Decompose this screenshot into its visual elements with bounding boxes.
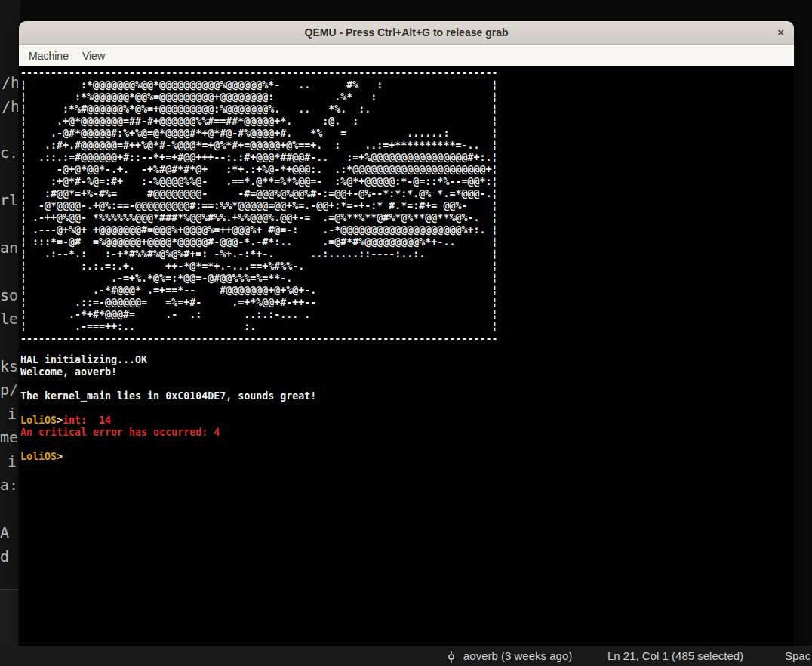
menu-view[interactable]: View	[75, 50, 112, 62]
indentation-status[interactable]: Spac	[785, 646, 810, 666]
background-panel	[0, 589, 20, 646]
window-menubar: Machine View	[19, 45, 794, 66]
menu-machine[interactable]: Machine	[22, 50, 75, 62]
editor-text-fragment: c.	[0, 144, 18, 161]
editor-text-fragment: le	[0, 310, 18, 327]
console-text: LoliOS	[20, 451, 57, 462]
console-text: An critical error has occurred: 4	[20, 427, 220, 438]
editor-text-fragment: p/	[0, 381, 18, 398]
editor-text-fragment: rl	[0, 192, 18, 208]
editor-text-fragment: A	[0, 524, 9, 541]
scm-status[interactable]: aoverb (3 weeks ago)	[463, 646, 572, 666]
console-text: int: 14	[63, 415, 111, 426]
close-icon[interactable]: ×	[777, 21, 784, 44]
editor-text-fragment: /h	[2, 74, 20, 91]
editor-text-fragment: i	[8, 405, 17, 422]
window-titlebar[interactable]: QEMU - Press Ctrl+Alt+G to release grab …	[19, 21, 794, 45]
console-text: HAL initializing...OK	[20, 354, 147, 365]
git-commit-icon	[446, 651, 457, 663]
console-text: >	[57, 451, 63, 462]
vm-display[interactable]: ----------------------------------------…	[19, 66, 794, 646]
editor-text-fragment: so	[0, 287, 18, 304]
cursor-position-status[interactable]: Ln 21, Col 1 (485 selected)	[607, 646, 743, 666]
qemu-window: QEMU - Press Ctrl+Alt+G to release grab …	[19, 21, 794, 646]
vm-console-output: HAL initializing...OK Welcome, aoverb! T…	[20, 354, 316, 463]
editor-text-fragment: a:	[0, 476, 18, 493]
console-text: The kernel_main lies in 0xC0104DE7, soun…	[20, 390, 316, 402]
console-text: >	[57, 415, 63, 426]
status-bar: aoverb (3 weeks ago) Ln 21, Col 1 (485 s…	[0, 646, 812, 666]
editor-text-fragment: i	[8, 453, 17, 470]
console-text: Welcome, aoverb!	[20, 366, 117, 378]
editor-text-fragment: d	[0, 548, 9, 565]
ascii-art: ----------------------------------------…	[20, 67, 497, 345]
editor-text-fragment: me	[0, 429, 18, 446]
editor-text-fragment: /h	[2, 98, 20, 115]
editor-text-fragment: ks	[0, 358, 18, 375]
window-title: QEMU - Press Ctrl+Alt+G to release grab	[19, 21, 794, 44]
console-text: LoliOS	[20, 415, 57, 426]
editor-text-fragment: an	[0, 239, 18, 256]
